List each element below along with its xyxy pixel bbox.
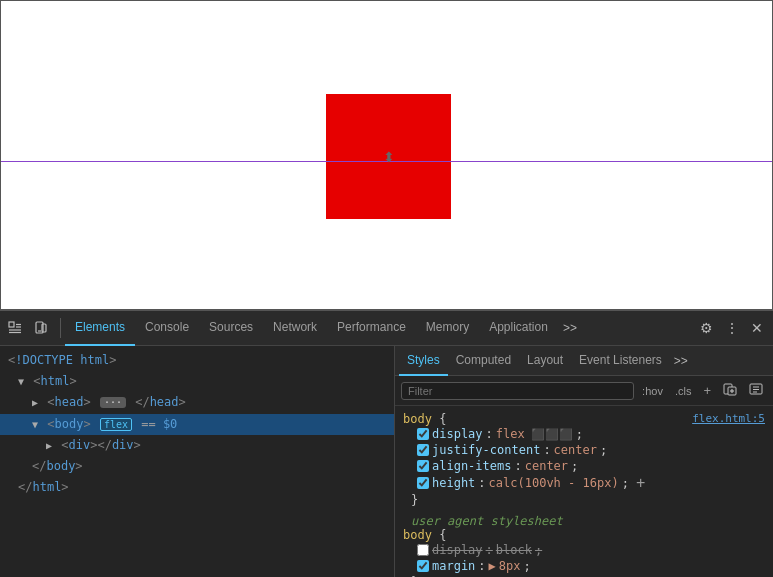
css-rule-ua-header: user agent stylesheet xyxy=(403,514,765,528)
body-close-line: </body> xyxy=(0,456,394,477)
expand-head-triangle[interactable]: ▶ xyxy=(32,397,38,408)
devtools-content: <!DOCTYPE html> ▼ <html> ▶ <head> ··· </… xyxy=(0,346,773,577)
align-items-value[interactable]: center xyxy=(525,459,568,473)
layout-tab[interactable]: Layout xyxy=(519,346,571,376)
body-line[interactable]: ▼ <body> flex == $0 xyxy=(0,414,394,435)
display-ua-prop[interactable]: display xyxy=(432,543,483,557)
html-open-line[interactable]: ▼ <html> xyxy=(0,371,394,392)
hov-pseudo-button[interactable]: :hov xyxy=(638,383,667,399)
settings-gear-button[interactable]: ⚙ xyxy=(694,316,719,340)
flex-badge: flex xyxy=(100,418,132,431)
expand-div-triangle[interactable]: ▶ xyxy=(46,440,52,451)
elements-panel: <!DOCTYPE html> ▼ <html> ▶ <head> ··· </… xyxy=(0,346,395,577)
align-items-prop[interactable]: align-items xyxy=(432,459,511,473)
display-value[interactable]: flex xyxy=(496,427,525,441)
margin-ua-value[interactable]: 8px xyxy=(499,559,521,573)
devtools-panel: Elements Console Sources Network Perform… xyxy=(0,310,773,577)
margin-ua-checkbox[interactable] xyxy=(417,560,429,572)
align-items-checkbox[interactable] xyxy=(417,460,429,472)
margin-ua-prop[interactable]: margin xyxy=(432,559,475,573)
flex-icons: ⬛⬛⬛ xyxy=(531,428,573,441)
cls-pseudo-button[interactable]: .cls xyxy=(671,383,696,399)
align-items-property-line: align-items : center ; xyxy=(403,458,765,474)
display-ua-checkbox[interactable] xyxy=(417,544,429,556)
inspect-element-button[interactable] xyxy=(4,318,26,338)
display-prop[interactable]: display xyxy=(432,427,483,441)
devtools-toolbar-icons xyxy=(4,318,61,338)
css-rule-closing-brace: } xyxy=(403,492,765,508)
justify-content-prop[interactable]: justify-content xyxy=(432,443,540,457)
height-checkbox[interactable] xyxy=(417,477,429,489)
css-selector-body[interactable]: body xyxy=(403,412,439,426)
display-ua-value[interactable]: block xyxy=(496,543,532,557)
justify-content-property-line: justify-content : center ; xyxy=(403,442,765,458)
svg-rect-0 xyxy=(9,322,14,327)
height-property-line: height : calc(100vh - 16px) ; + xyxy=(403,474,765,492)
div-line[interactable]: ▶ <div></div> xyxy=(0,435,394,456)
head-line[interactable]: ▶ <head> ··· </head> xyxy=(0,392,394,413)
filter-row: :hov .cls + xyxy=(395,376,773,406)
html-close-line: </html> xyxy=(0,477,394,498)
height-prop[interactable]: height xyxy=(432,476,475,490)
computed-tab[interactable]: Computed xyxy=(448,346,519,376)
preview-area: ⬍ xyxy=(0,0,773,310)
expand-body-triangle[interactable]: ▼ xyxy=(32,419,38,430)
event-listeners-tab[interactable]: Event Listeners xyxy=(571,346,670,376)
css-rule-header: flex.html:5 body { xyxy=(403,412,765,426)
margin-expand-triangle[interactable]: ▶ xyxy=(489,559,496,573)
styles-panel: Styles Computed Layout Event Listeners >… xyxy=(395,346,773,577)
app-container: ⬍ xyxy=(0,0,773,577)
css-source-link[interactable]: flex.html:5 xyxy=(692,412,765,425)
styles-tab[interactable]: Styles xyxy=(399,346,448,376)
height-value[interactable]: calc(100vh - 16px) xyxy=(489,476,619,490)
css-selector-body-ua[interactable]: body xyxy=(403,528,439,542)
display-ua-property-line: display : block ; xyxy=(403,542,765,558)
css-rules-area: flex.html:5 body { display : flex ⬛⬛⬛ ; xyxy=(395,406,773,577)
devtools-toolbar: Elements Console Sources Network Perform… xyxy=(0,311,773,346)
tab-elements[interactable]: Elements xyxy=(65,311,135,346)
tab-console[interactable]: Console xyxy=(135,311,199,346)
styles-filter-input[interactable] xyxy=(401,382,634,400)
doctype-line: <!DOCTYPE html> xyxy=(0,350,394,371)
styles-tabs-bar: Styles Computed Layout Event Listeners >… xyxy=(395,346,773,376)
tab-memory[interactable]: Memory xyxy=(416,311,479,346)
close-devtools-button[interactable]: ✕ xyxy=(745,316,769,340)
display-property-line: display : flex ⬛⬛⬛ ; xyxy=(403,426,765,442)
css-rule-ua-selector: body { xyxy=(403,528,765,542)
styles-more-button[interactable]: >> xyxy=(670,352,692,370)
more-tabs-button[interactable]: >> xyxy=(558,318,582,338)
tab-network[interactable]: Network xyxy=(263,311,327,346)
new-style-rule-button[interactable] xyxy=(719,380,741,401)
toggle-classes-button[interactable] xyxy=(745,380,767,401)
resize-cursor-icon: ⬍ xyxy=(383,149,395,165)
tab-sources[interactable]: Sources xyxy=(199,311,263,346)
justify-content-checkbox[interactable] xyxy=(417,444,429,456)
add-property-button[interactable]: + xyxy=(632,475,649,491)
css-rule-body-ua: user agent stylesheet body { display : b… xyxy=(395,512,773,577)
tab-application[interactable]: Application xyxy=(479,311,558,346)
display-checkbox[interactable] xyxy=(417,428,429,440)
tab-performance[interactable]: Performance xyxy=(327,311,416,346)
css-rule-body-author: flex.html:5 body { display : flex ⬛⬛⬛ ; xyxy=(395,410,773,510)
svg-rect-6 xyxy=(42,324,46,332)
device-toolbar-button[interactable] xyxy=(30,318,52,338)
expand-html-triangle[interactable]: ▼ xyxy=(18,376,24,387)
margin-ua-property-line: margin : ▶ 8px ; xyxy=(403,558,765,574)
head-badge: ··· xyxy=(100,397,126,408)
more-options-button[interactable]: ⋮ xyxy=(719,316,745,340)
add-style-button[interactable]: + xyxy=(699,381,715,400)
ua-stylesheet-label: user agent stylesheet xyxy=(403,513,571,529)
justify-content-value[interactable]: center xyxy=(554,443,597,457)
